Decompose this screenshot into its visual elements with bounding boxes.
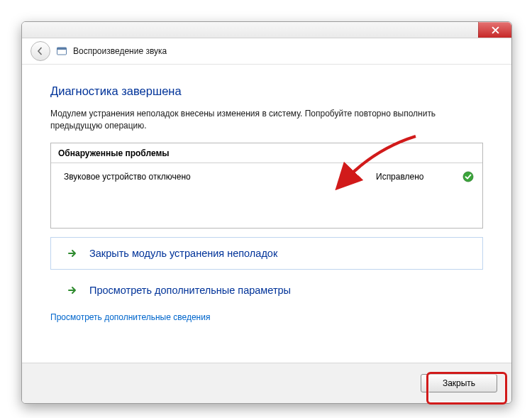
arrow-right-icon [67, 285, 78, 296]
app-icon [56, 45, 67, 57]
problem-status: Исправлено [376, 172, 461, 182]
breadcrumb: Воспроизведение звука [73, 46, 167, 56]
page-title: Диагностика завершена [50, 84, 483, 98]
choice-label: Просмотреть дополнительные параметры [89, 285, 291, 296]
close-button[interactable]: Закрыть [421, 374, 497, 392]
back-button[interactable] [31, 41, 50, 61]
problems-header: Обнаруженные проблемы [51, 143, 482, 163]
arrow-right-icon [67, 248, 78, 259]
problems-table: Обнаруженные проблемы Звуковое устройств… [50, 143, 483, 229]
page-description: Модулем устранения неполадок внесены изм… [50, 108, 476, 133]
check-circle-icon [462, 171, 474, 182]
status-icon-cell [461, 171, 475, 182]
nav-row: Воспроизведение звука [22, 38, 511, 65]
footer: Закрыть [22, 363, 511, 403]
window-close-button[interactable] [478, 22, 511, 38]
content-area: Диагностика завершена Модулем устранения… [22, 65, 511, 365]
table-row: Звуковое устройство отключено Исправлено [51, 163, 482, 189]
extra-params-choice[interactable]: Просмотреть дополнительные параметры [50, 280, 483, 301]
more-info-link[interactable]: Просмотреть дополнительные сведения [50, 312, 210, 322]
close-troubleshooter-choice[interactable]: Закрыть модуль устранения неполадок [50, 237, 483, 270]
back-arrow-icon [36, 47, 45, 55]
problem-name: Звуковое устройство отключено [64, 172, 376, 182]
titlebar [22, 22, 511, 38]
close-button-label: Закрыть [443, 378, 475, 388]
svg-rect-1 [57, 48, 67, 50]
troubleshooter-window: Воспроизведение звука Диагностика заверш… [21, 21, 512, 404]
choice-label: Закрыть модуль устранения неполадок [89, 248, 277, 259]
close-icon [492, 26, 499, 34]
